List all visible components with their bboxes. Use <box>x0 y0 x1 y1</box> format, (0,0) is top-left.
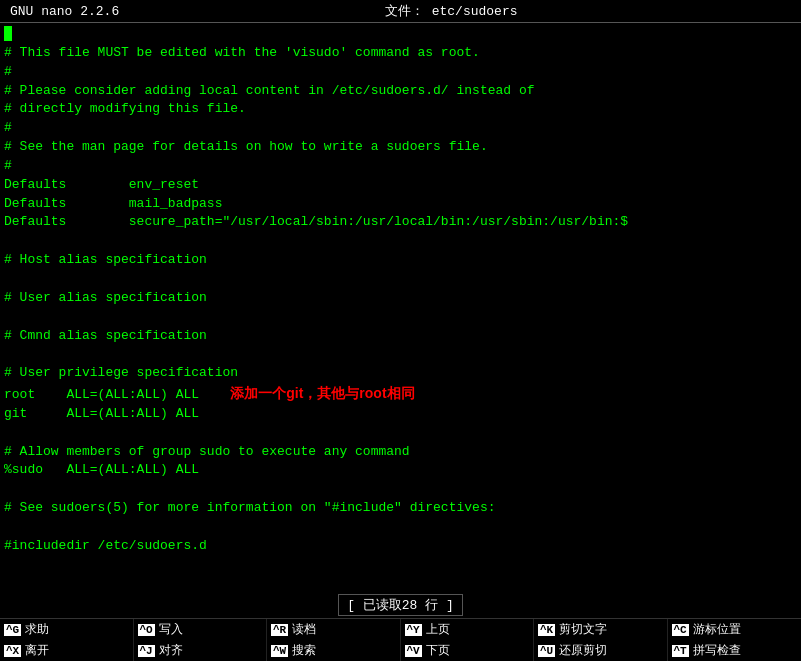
shortcut-key: ^W <box>271 645 288 657</box>
shortcut-item[interactable]: ^W搜索 <box>267 640 401 661</box>
shortcut-label: 剪切文字 <box>559 621 607 638</box>
shortcut-label: 离开 <box>25 642 49 659</box>
editor-line: # <box>4 120 12 135</box>
editor-line: # directly modifying this file. <box>4 101 246 116</box>
editor-line: #includedir /etc/sudoers.d <box>4 538 207 553</box>
shortcuts-row-1: ^G求助^O写入^R读档^Y上页^K剪切文字^C游标位置 <box>0 618 801 640</box>
shortcut-key: ^K <box>538 624 555 636</box>
editor-line: Defaults secure_path="/usr/local/sbin:/u… <box>4 214 628 229</box>
shortcut-key: ^R <box>271 624 288 636</box>
shortcut-item[interactable]: ^K剪切文字 <box>534 619 668 640</box>
shortcut-key: ^T <box>672 645 689 657</box>
editor-line: # See sudoers(5) for more information on… <box>4 500 495 515</box>
editor-line: # Please consider adding local content i… <box>4 83 535 98</box>
shortcut-key: ^J <box>138 645 155 657</box>
shortcut-item[interactable]: ^X离开 <box>0 640 134 661</box>
shortcut-key: ^V <box>405 645 422 657</box>
editor-line: # User privilege specification <box>4 365 238 380</box>
shortcuts-row-2: ^X离开^J对齐^W搜索^V下页^U还原剪切^T拼写检查 <box>0 640 801 661</box>
editor-line: # Cmnd alias specification <box>4 328 207 343</box>
shortcut-item[interactable]: ^G求助 <box>0 619 134 640</box>
shortcut-item[interactable]: ^R读档 <box>267 619 401 640</box>
app-title: GNU nano 2.2.6 <box>10 4 119 19</box>
title-bar: GNU nano 2.2.6 文件： etc/sudoers <box>0 0 801 23</box>
shortcut-label: 上页 <box>426 621 450 638</box>
shortcut-key: ^U <box>538 645 555 657</box>
shortcut-label: 拼写检查 <box>693 642 741 659</box>
editor-line: %sudo ALL=(ALL:ALL) ALL <box>4 462 199 477</box>
shortcut-label: 下页 <box>426 642 450 659</box>
annotation-text: 添加一个git，其他与root相同 <box>230 385 414 401</box>
editor-line: # <box>4 64 12 79</box>
editor-line: # Host alias specification <box>4 252 207 267</box>
shortcut-item[interactable]: ^Y上页 <box>401 619 535 640</box>
file-name: 文件： etc/sudoers <box>119 2 783 20</box>
shortcut-item[interactable]: ^J对齐 <box>134 640 268 661</box>
shortcut-item[interactable]: ^V下页 <box>401 640 535 661</box>
editor-line: # User alias specification <box>4 290 207 305</box>
editor-line: # This file MUST be edited with the 'vis… <box>4 45 480 60</box>
shortcut-label: 搜索 <box>292 642 316 659</box>
editor-line: # See the man page for details on how to… <box>4 139 488 154</box>
shortcut-label: 求助 <box>25 621 49 638</box>
shortcut-key: ^C <box>672 624 689 636</box>
editor-line: root ALL=(ALL:ALL) ALL 添加一个git，其他与root相同 <box>4 387 415 402</box>
status-text: [ 已读取28 行 ] <box>338 594 463 616</box>
editor-line: Defaults env_reset <box>4 177 199 192</box>
editor-line <box>4 26 12 41</box>
shortcut-item[interactable]: ^C游标位置 <box>668 619 802 640</box>
editor-line: Defaults mail_badpass <box>4 196 222 211</box>
shortcut-key: ^X <box>4 645 21 657</box>
shortcut-label: 写入 <box>159 621 183 638</box>
editor-area[interactable]: # This file MUST be edited with the 'vis… <box>0 23 801 592</box>
editor-line: # <box>4 158 12 173</box>
shortcut-label: 读档 <box>292 621 316 638</box>
shortcut-label: 对齐 <box>159 642 183 659</box>
shortcut-item[interactable]: ^T拼写检查 <box>668 640 802 661</box>
shortcut-item[interactable]: ^U还原剪切 <box>534 640 668 661</box>
shortcut-item[interactable]: ^O写入 <box>134 619 268 640</box>
shortcut-key: ^O <box>138 624 155 636</box>
editor-line: # Allow members of group sudo to execute… <box>4 444 410 459</box>
shortcut-label: 还原剪切 <box>559 642 607 659</box>
editor-line: git ALL=(ALL:ALL) ALL <box>4 406 199 421</box>
shortcut-key: ^G <box>4 624 21 636</box>
shortcut-label: 游标位置 <box>693 621 741 638</box>
status-bar: [ 已读取28 行 ] <box>0 592 801 618</box>
shortcut-key: ^Y <box>405 624 422 636</box>
title-right <box>783 4 791 19</box>
